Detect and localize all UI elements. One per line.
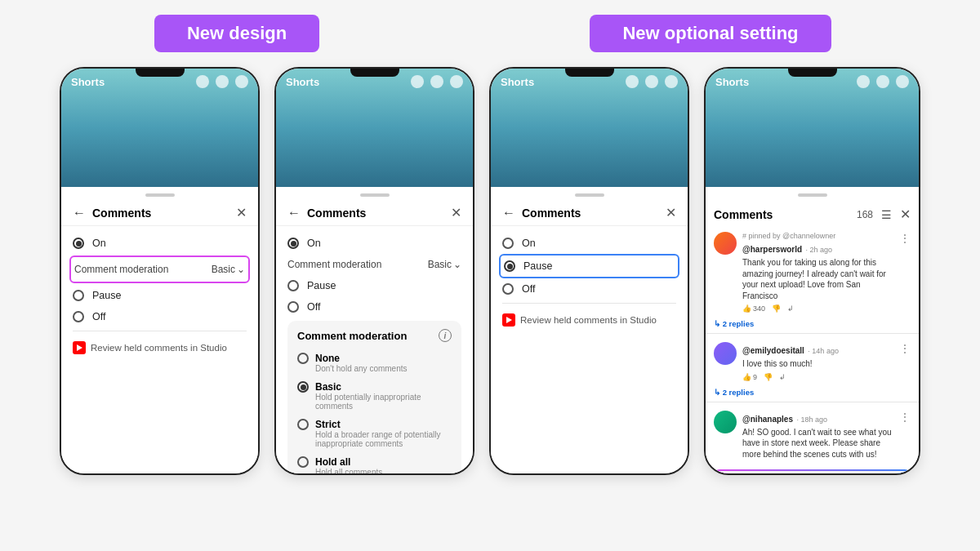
new-optional-badge: New optional setting [590,15,831,52]
phone4-handle [798,193,827,197]
phone2-mod-basic-inner [301,384,306,390]
phone3-yt-play [506,317,512,323]
phone2-mod-strict[interactable]: Strict Hold a broader range of potential… [297,415,452,452]
phone2-option-off[interactable]: Off [287,296,461,318]
phone1-option-pause[interactable]: Pause [73,285,247,306]
phone1-option-off[interactable]: Off [73,306,247,327]
phone2-close[interactable]: ✕ [451,205,461,220]
phone1-option-on[interactable]: On [73,233,247,254]
phone4-divider-2 [706,402,919,402]
phone3-label-off: Off [522,283,535,295]
phone4-shorts-label: Shorts [715,76,749,88]
phone2-mod-none-text: None Don't hold any comments [315,353,408,373]
phone4-close[interactable]: ✕ [900,207,911,222]
phone1-back[interactable]: ← [73,206,86,220]
phone4-sheet: Comments 168 ☰ ✕ # pinned by @channelown… [706,187,919,473]
phone2-mod-strict-text: Strict Hold a broader range of potential… [315,419,452,448]
phone4-more-2[interactable]: ⋮ [899,342,911,355]
phone4-reply-icon-2[interactable]: ↲ [779,373,786,381]
phone4-meta-3: · 18h ago [796,415,827,424]
phone4-replies-1[interactable]: ↳ 2 replies [706,318,919,330]
phone2-option-pause[interactable]: Pause [287,275,461,296]
phone4-avatar-3 [714,411,737,433]
phone3-icon1 [626,75,639,88]
phone1-topbar-icons [196,75,248,88]
phone3-option-on[interactable]: On [502,233,676,254]
phone4-avatar-2 [714,342,737,365]
phone4-icon3 [896,75,909,88]
phone2-moderation-row[interactable]: Comment moderation Basic ⌄ [287,254,461,275]
phone2-sheet: ← Comments ✕ On Comment moderation Basic… [276,187,473,473]
phone2-screen-top: Shorts [276,69,473,187]
phone4-comment-1-body: # pinned by @channelowner @harpersworld … [742,232,893,313]
phone1-handle [145,193,175,197]
phone2-notch [350,69,399,77]
phone3-body: On Pause Off [491,226,688,473]
phone4-text-2: I love this so much! [742,358,893,370]
phone2-mod-basic[interactable]: Basic Hold potentially inappropriate com… [297,377,452,415]
phone2-mod-basic-name: Basic [315,381,452,393]
phone4-screen-top: Shorts [706,69,919,187]
phone4-comments-body: # pinned by @channelowner @harpersworld … [706,227,919,473]
phone4-likes-1[interactable]: 👍 340 [742,304,765,313]
phone4-dislike-1[interactable]: 👎 [772,304,781,313]
phone1-icon2 [216,75,229,88]
phone2-radio-on-inner [291,241,296,247]
phone1-label-pause: Pause [92,290,121,301]
phone1-yt-play [77,344,82,351]
phone4-reply-icon-1[interactable]: ↲ [787,304,794,313]
phone2-mod-none[interactable]: None Don't hold any comments [297,349,452,377]
phone3-back[interactable]: ← [502,206,515,220]
phones-row: Shorts ← Comments ✕ [60,67,920,475]
phone2-icon2 [430,75,443,88]
phone-2: Shorts ← Comments ✕ On [274,67,474,475]
phone4-likes-2[interactable]: 👍 9 [742,373,757,381]
phone2-back[interactable]: ← [287,206,301,220]
phone1-icon1 [196,75,209,88]
phone2-panel-header: Comment moderation i [297,329,452,342]
phone4-filter-icon[interactable]: ☰ [881,208,892,221]
phone3-handle [575,193,604,197]
phone2-radio-off [287,301,299,313]
phone4-actions-2: 👍 9 👎 ↲ [742,373,893,381]
phone4-more-1[interactable]: ⋮ [899,232,911,245]
phone1-moderation-row[interactable]: Comment moderation Basic ⌄ [74,259,245,280]
top-labels-row: New design New optional setting [16,15,964,52]
phone2-mod-holdall-name: Hold all [315,456,382,468]
phone-1: Shorts ← Comments ✕ [60,67,260,475]
phone4-more-3[interactable]: ⋮ [899,411,911,424]
phone4-dislike-2[interactable]: 👎 [764,373,773,381]
phone2-option-on[interactable]: On [287,233,461,254]
phone2-mod-dropdown[interactable]: Basic ⌄ [428,259,461,270]
phone1-close[interactable]: ✕ [236,205,247,220]
phone2-label-pause: Pause [307,280,336,291]
phone3-review-link[interactable]: Review held comments in Studio [502,307,676,333]
phone1-radio-pause [73,290,84,301]
phone2-radio-pause [287,280,299,291]
phone3-yt-icon [502,313,515,327]
phone3-pause-highlight: Pause [499,254,679,278]
phone1-dropdown-chevron: ⌄ [237,264,245,275]
phone1-review-link[interactable]: Review held comments in Studio [73,335,247,361]
phone3-close[interactable]: ✕ [666,205,676,220]
phone2-info-icon[interactable]: i [439,329,452,342]
phone3-screen-top: Shorts [491,69,688,187]
phone1-sheet: ← Comments ✕ On Comment moderation [61,187,258,473]
phone4-comment-2: @emilydoesitall · 14h ago I love this so… [706,337,919,386]
phone3-option-off[interactable]: Off [502,278,676,300]
phone2-mod-holdall-text: Hold all Hold all comments [315,456,382,473]
phone3-option-pause[interactable]: Pause [504,257,675,275]
phone3-radio-on [502,238,514,249]
phone2-mod-holdall-radio [297,456,309,468]
phone1-label-on: On [92,238,106,249]
phone4-comment-3: @nihanaples · 18h ago Ah! SO good. I can… [706,406,919,465]
phone3-divider [502,303,676,304]
phone4-replies-2[interactable]: ↳ 2 replies [706,386,919,398]
phone2-label-on: On [307,238,321,249]
phone4-banner-gradient: Comments are paused. Learn more [714,469,911,473]
phone3-radio-off [502,283,514,295]
phone1-mod-dropdown[interactable]: Basic ⌄ [212,264,245,275]
phone2-mod-holdall[interactable]: Hold all Hold all comments [297,452,452,473]
phone2-mod-label: Comment moderation [287,259,381,270]
phone4-avatar-1 [714,232,737,255]
